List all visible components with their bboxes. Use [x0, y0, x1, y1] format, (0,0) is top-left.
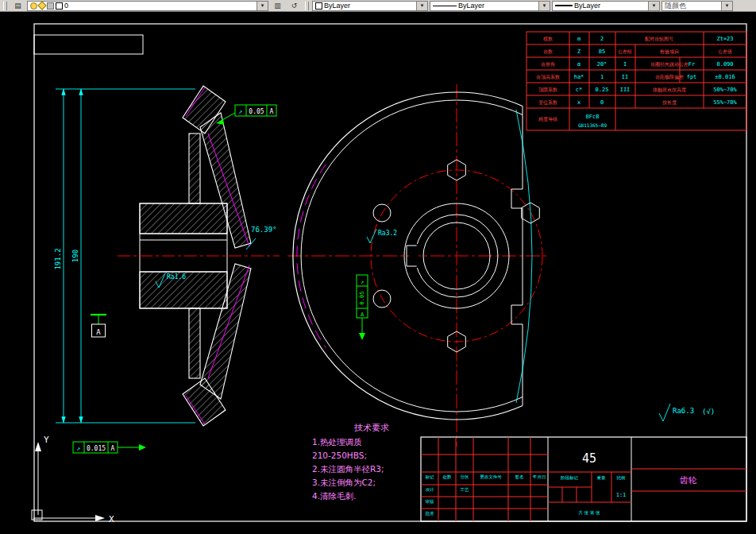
table-symbol: α — [577, 61, 580, 68]
tech-req-line: 3.未注倒角为C2; — [312, 478, 376, 487]
current-lineweight-value: ByLayer — [574, 2, 600, 10]
drawing-canvas[interactable]: 模数 m 2 齿数 Z 85 齿形角 α 20° 齿顶高系数 ha* 1 顶隙系… — [0, 0, 756, 534]
runout-icon: ↗ — [77, 445, 81, 452]
table-value: 2 — [600, 36, 604, 42]
precision-value: 8FcB — [586, 114, 600, 120]
dim-outer-height: 191.2 — [54, 248, 62, 269]
table-symbol: x — [577, 99, 580, 106]
tb-label-design: 设计 — [426, 487, 435, 492]
mate-label: 配对齿轮图号 — [645, 36, 673, 42]
layer-dropdown-arrow[interactable]: ▼ — [256, 2, 268, 10]
roughness-hub-value: Ra1.6 — [167, 273, 186, 281]
table-symbol: Z — [577, 48, 580, 55]
roughness-general-value: Ra6.3 — [673, 407, 694, 415]
tb-label-changedoc: 更改文件号 — [480, 474, 502, 479]
layer-previous-button[interactable]: ↺ — [287, 1, 302, 11]
layer-thaw-icon — [37, 1, 46, 10]
check-group: III — [620, 87, 631, 93]
tech-requirements: 技术要求 1.热处理调质 210-250HBS; 2.未注圆角半径R3; 3.未… — [312, 423, 389, 501]
tb-label-sheets: 共 张 第 张 — [577, 510, 600, 516]
roughness-hole-value: Ra3.2 — [378, 230, 397, 237]
table-value: 20° — [597, 61, 608, 68]
material-value: 45 — [582, 451, 596, 466]
runout-tolerance-side: ↗ 0.05 A — [357, 275, 368, 340]
layer-combo[interactable]: 0 ▼ — [27, 1, 268, 11]
table-label: 模数 — [543, 36, 553, 41]
ucs-y-arrow — [35, 442, 41, 451]
datum-label: A — [96, 328, 101, 336]
runout-side-value: 0.05 — [359, 292, 365, 305]
tb-label-scale: 比例 — [617, 475, 626, 481]
check-code: Fr — [688, 61, 695, 68]
table-symbol: ha* — [574, 74, 584, 80]
general-roughness-note: Ra6.3 (√) — [659, 404, 715, 421]
check-value: 50%~70% — [713, 87, 737, 93]
front-view: Ra3.2 ↗ 0.05 A — [287, 84, 550, 447]
linetype-dropdown-arrow[interactable]: ▼ — [538, 2, 550, 10]
roughness-general-suffix: (√) — [702, 408, 715, 416]
tb-label-process: 工艺 — [461, 487, 470, 492]
tb-label-mark: 标记 — [425, 474, 435, 480]
table-label: 齿数 — [543, 48, 553, 54]
color-dropdown-arrow[interactable]: ▼ — [416, 2, 427, 10]
color-swatch-icon — [315, 2, 322, 10]
runout-icon: ↗ — [239, 108, 243, 115]
table-label: 齿顶高系数 — [536, 74, 560, 79]
plotstyle-combo[interactable]: 随颜色 ▼ — [662, 1, 733, 11]
scale-value: 1:1 — [616, 492, 627, 498]
tb-label-approve: 批准 — [426, 511, 435, 517]
runout-bottom-value: 0.015 — [87, 445, 106, 452]
lineweight-sample-icon — [555, 5, 573, 6]
plotstyle-dropdown-arrow[interactable]: ▼ — [721, 2, 732, 10]
runout-icon: ↗ — [361, 279, 364, 285]
current-plotstyle-value: 随颜色 — [665, 1, 686, 11]
table-value: 85 — [599, 48, 605, 55]
lineweight-dropdown-arrow[interactable]: ▼ — [648, 2, 659, 10]
check-group: I — [623, 61, 627, 68]
runout-top-value: 0.05 — [249, 108, 264, 115]
lineweight-combo[interactable]: ByLayer ▼ — [552, 1, 660, 11]
check-code: fpt — [687, 74, 697, 80]
runout-bottom-datum: A — [111, 445, 115, 452]
tech-req-line: 210-250HBS; — [312, 451, 367, 460]
check-value: 55%~70% — [713, 99, 737, 106]
mate-teeth: Zt=23 — [716, 36, 733, 42]
tb-label-zone: 分区 — [461, 474, 470, 479]
linetype-combo[interactable]: ByLayer ▼ — [430, 1, 550, 11]
roughness-hole: Ra3.2 — [367, 229, 397, 243]
object-properties-toolbar: ▤ 0 ▼ ▥ ↺ ByLayer ▼ ByLayer ▼ ByLayer ▼ … — [0, 0, 756, 12]
precision-standard: GB11365—89 — [578, 122, 608, 128]
color-combo[interactable]: ByLayer ▼ — [312, 1, 428, 11]
table-label: 变位系数 — [538, 99, 557, 106]
check-item: 按长度 — [662, 99, 677, 106]
precision-label: 精度等级 — [538, 116, 557, 122]
toolbar-grip[interactable] — [305, 2, 309, 10]
check-value: 0.090 — [716, 61, 733, 68]
ucs-y-label: Y — [44, 435, 49, 445]
runout-tolerance-bottom: ↗ 0.015 A — [73, 442, 146, 453]
tb-label-count: 处数 — [443, 474, 453, 480]
table-value: 0 — [600, 99, 604, 106]
make-object-layer-current-button[interactable]: ▥ — [270, 1, 285, 11]
tb-label-weight: 重量 — [597, 475, 607, 480]
runout-side-datum: A — [361, 312, 364, 318]
gear-parameter-table: 模数 m 2 齿数 Z 85 齿形角 α 20° 齿顶高系数 ha* 1 顶隙系… — [526, 32, 746, 130]
layer-on-icon — [30, 2, 37, 10]
layers-icon: ▤ — [14, 2, 21, 10]
tech-req-line: 4.清除毛刺. — [312, 491, 356, 501]
toolbar-grip[interactable] — [3, 2, 7, 10]
check-value: ±0.016 — [715, 74, 735, 80]
tb-label-sign: 签名 — [515, 474, 524, 480]
current-layer-value: 0 — [64, 2, 68, 10]
table-value: 1 — [600, 74, 604, 80]
dim-inner-height: 190 — [71, 250, 79, 262]
header-item: 检验项目 — [660, 48, 679, 55]
header-tol: 公差值 — [718, 48, 732, 54]
linetype-sample-icon — [433, 6, 457, 6]
set-layer-icon: ▥ — [274, 2, 281, 10]
check-item: 齿圈径向跳动公差 — [650, 61, 688, 68]
tech-req-line: 1.热处理调质 — [312, 437, 362, 447]
header-group: 公差组 — [618, 48, 632, 54]
layer-manager-button[interactable]: ▤ — [10, 1, 25, 11]
table-symbol: c* — [576, 87, 582, 93]
